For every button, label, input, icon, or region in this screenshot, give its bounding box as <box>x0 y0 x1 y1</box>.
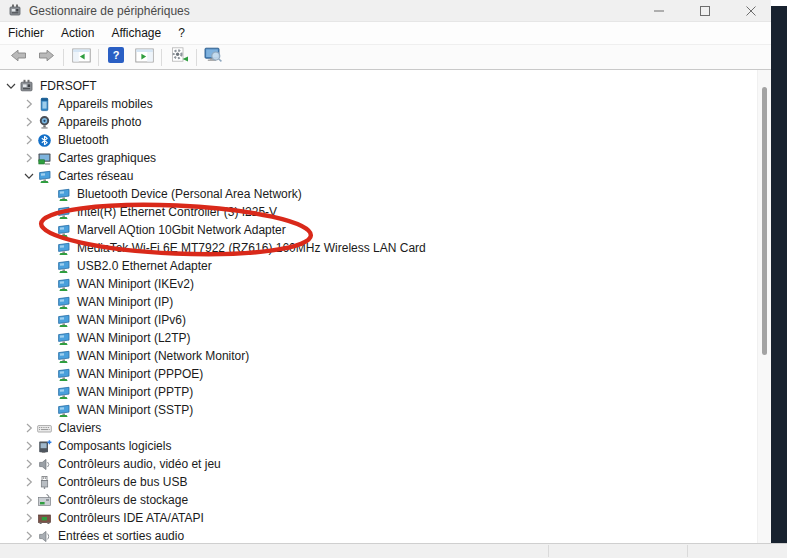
svg-text:?: ? <box>113 49 120 61</box>
tree-item-cartes-graphiques[interactable]: Cartes graphiques <box>0 149 757 167</box>
toolbar-scan-hardware-changes-button[interactable] <box>165 47 193 68</box>
storage-controller-icon <box>37 493 52 508</box>
chevron-right-icon[interactable] <box>20 493 37 507</box>
tree-item-claviers[interactable]: Claviers <box>0 419 757 437</box>
chevron-right-icon[interactable] <box>20 97 37 111</box>
toolbar-show-console-tree-button[interactable] <box>67 47 95 68</box>
back-arrow-icon <box>10 48 27 67</box>
network-adapter-icon <box>56 403 71 418</box>
menu-[interactable]: ? <box>178 24 193 43</box>
chevron-right-icon[interactable] <box>20 151 37 165</box>
tree-item-marvell-aqtion-10gbit-network-adapter[interactable]: Marvell AQtion 10Gbit Network Adapter <box>0 221 757 239</box>
tree-item-label: Contrôleurs de stockage <box>58 491 188 509</box>
scan-hardware-icon <box>170 47 189 67</box>
background-window-edge <box>771 6 787 543</box>
tree-item-wan-miniport-ikev2[interactable]: WAN Miniport (IKEv2) <box>0 275 757 293</box>
chevron-down-icon[interactable] <box>2 79 19 93</box>
tree-item-wan-miniport-network-monitor[interactable]: WAN Miniport (Network Monitor) <box>0 347 757 365</box>
scrollbar-thumb[interactable] <box>762 87 767 355</box>
tree-item-wan-miniport-sstp[interactable]: WAN Miniport (SSTP) <box>0 401 757 419</box>
tree-item-wan-miniport-pppoe[interactable]: WAN Miniport (PPPOE) <box>0 365 757 383</box>
chevron-right-icon[interactable] <box>20 115 37 129</box>
chevron-right-icon[interactable] <box>20 475 37 489</box>
tree-item-label: WAN Miniport (Network Monitor) <box>77 347 249 365</box>
tree-item-label: Contrôleurs de bus USB <box>58 473 187 491</box>
tree-item-controleurs-de-bus-usb[interactable]: Contrôleurs de bus USB <box>0 473 757 491</box>
maximize-button[interactable] <box>697 3 713 19</box>
network-adapter-icon <box>37 169 52 184</box>
chevron-down-icon[interactable] <box>20 169 37 183</box>
tree-item-controleurs-de-stockage[interactable]: Contrôleurs de stockage <box>0 491 757 509</box>
tree-item-intel-r-ethernet-controller-3-i225-v[interactable]: Intel(R) Ethernet Controller (3) I225-V <box>0 203 757 221</box>
chevron-right-icon[interactable] <box>20 511 37 525</box>
network-adapter-icon <box>56 205 71 220</box>
tree-item-label: Bluetooth Device (Personal Area Network) <box>77 185 302 203</box>
tree-item-label: WAN Miniport (IP) <box>77 293 173 311</box>
network-adapter-icon <box>56 241 71 256</box>
tree-item-appareils-mobiles[interactable]: Appareils mobiles <box>0 95 757 113</box>
chevron-right-icon[interactable] <box>20 133 37 147</box>
tree-item-label: WAN Miniport (IKEv2) <box>77 275 194 293</box>
toolbar-back-button[interactable] <box>4 47 32 68</box>
tree-item-bluetooth-device-personal-area-network[interactable]: Bluetooth Device (Personal Area Network) <box>0 185 757 203</box>
action-pane-icon <box>135 48 154 67</box>
toolbar-help-button[interactable]: ? <box>102 47 130 68</box>
menu-affichage[interactable]: Affichage <box>111 24 169 43</box>
tree-item-label: Bluetooth <box>58 131 109 149</box>
tree-item-entrees-et-sorties-audio[interactable]: Entrées et sorties audio <box>0 527 757 543</box>
tree-item-wan-miniport-l2tp[interactable]: WAN Miniport (L2TP) <box>0 329 757 347</box>
network-adapter-icon <box>56 277 71 292</box>
minimize-button[interactable] <box>651 3 667 19</box>
tree-item-label: Marvell AQtion 10Gbit Network Adapter <box>77 221 286 239</box>
menu-fichier[interactable]: Fichier <box>8 24 52 43</box>
network-adapter-icon <box>56 367 71 382</box>
tree-item-bluetooth[interactable]: Bluetooth <box>0 131 757 149</box>
tree-item-wan-miniport-ip[interactable]: WAN Miniport (IP) <box>0 293 757 311</box>
tree-item-label: Appareils mobiles <box>58 95 153 113</box>
toolbar-show-action-pane-button[interactable] <box>130 47 158 68</box>
tree-item-controleurs-audio-video-et-jeu[interactable]: Contrôleurs audio, vidéo et jeu <box>0 455 757 473</box>
chevron-right-icon[interactable] <box>20 439 37 453</box>
toolbar-forward-button[interactable] <box>32 47 60 68</box>
bottom-strip-divider <box>548 545 549 557</box>
network-adapter-icon <box>56 187 71 202</box>
device-tree: FDRSOFTAppareils mobilesAppareils photoB… <box>0 70 757 543</box>
tree-item-cartes-reseau[interactable]: Cartes réseau <box>0 167 757 185</box>
tree-item-label: WAN Miniport (PPPOE) <box>77 365 203 383</box>
tree-item-label: MediaTek Wi-Fi 6E MT7922 (RZ616) 160MHz … <box>77 239 426 257</box>
tree-item-mediatek-wi-fi-6e-mt7922-rz616-160mhz-wireless-l[interactable]: MediaTek Wi-Fi 6E MT7922 (RZ616) 160MHz … <box>0 239 757 257</box>
tree-item-wan-miniport-pptp[interactable]: WAN Miniport (PPTP) <box>0 383 757 401</box>
monitor-search-icon <box>204 47 224 67</box>
audio-io-icon <box>37 529 52 544</box>
tree-item-label: Claviers <box>58 419 101 437</box>
tree-item-controleurs-ide-ata-atapi[interactable]: Contrôleurs IDE ATA/ATAPI <box>0 509 757 527</box>
tree-item-label: Composants logiciels <box>58 437 171 455</box>
tree-item-composants-logiciels[interactable]: Composants logiciels <box>0 437 757 455</box>
menu-action[interactable]: Action <box>61 24 102 43</box>
tree-item-label: FDRSOFT <box>40 77 97 95</box>
tree-item-appareils-photo[interactable]: Appareils photo <box>0 113 757 131</box>
toolbar-separator <box>161 49 162 66</box>
network-adapter-icon <box>56 349 71 364</box>
toolbar-separator <box>196 49 197 66</box>
chevron-right-icon[interactable] <box>20 421 37 435</box>
vertical-scrollbar[interactable] <box>757 70 771 543</box>
keyboard-icon <box>37 421 52 436</box>
software-component-icon <box>37 439 52 454</box>
tree-item-label: Appareils photo <box>58 113 141 131</box>
bottom-strip-divider <box>687 545 688 557</box>
chevron-right-icon[interactable] <box>20 529 37 543</box>
ide-controller-icon <box>37 511 52 526</box>
close-button[interactable] <box>743 3 759 19</box>
tree-item-label: WAN Miniport (PPTP) <box>77 383 193 401</box>
chevron-right-icon[interactable] <box>20 457 37 471</box>
tree-item-label: Contrôleurs audio, vidéo et jeu <box>58 455 221 473</box>
toolbar-separator <box>63 49 64 66</box>
tree-item-fdrsoft[interactable]: FDRSOFT <box>0 77 757 95</box>
toolbar-device-search-button[interactable] <box>200 47 228 68</box>
camera-icon <box>37 115 52 130</box>
network-adapter-icon <box>56 295 71 310</box>
tree-item-usb2-0-ethernet-adapter[interactable]: USB2.0 Ethernet Adapter <box>0 257 757 275</box>
background-bottom-strip <box>0 543 787 558</box>
tree-item-wan-miniport-ipv6[interactable]: WAN Miniport (IPv6) <box>0 311 757 329</box>
